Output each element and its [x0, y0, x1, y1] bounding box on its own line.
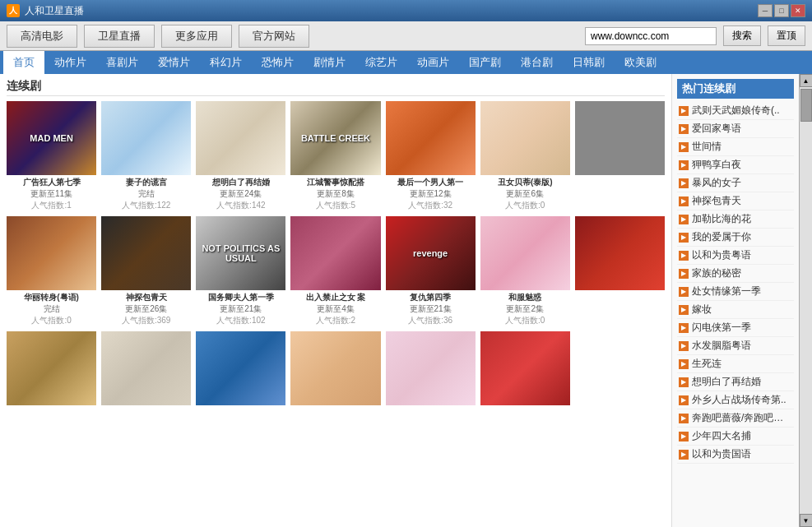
play-arrow-icon: ▶: [679, 251, 689, 261]
nav-tab-科幻片[interactable]: 科幻片: [200, 51, 252, 74]
nav-tab-爱情片[interactable]: 爱情片: [148, 51, 200, 74]
movie-item[interactable]: [101, 331, 191, 407]
play-arrow-icon: ▶: [679, 124, 689, 134]
nav-tab-剧情片[interactable]: 剧情片: [304, 51, 355, 74]
sidebar-item[interactable]: ▶家族的秘密: [677, 265, 794, 283]
search-button[interactable]: 搜索: [723, 25, 761, 46]
maximize-button[interactable]: □: [774, 4, 789, 17]
sidebar-item-label: 生死连: [692, 357, 722, 371]
sidebar-item[interactable]: ▶暴风的女子: [677, 174, 794, 192]
hd-movie-button[interactable]: 高清电影: [7, 25, 77, 48]
movie-popularity: 人气指数:0: [480, 315, 570, 326]
movie-popularity: 人气指数:1: [7, 200, 96, 211]
scroll-down-button[interactable]: ▼: [800, 514, 813, 527]
close-button[interactable]: ✕: [791, 4, 805, 17]
movie-update: 更新至6集: [480, 188, 570, 200]
sidebar-item[interactable]: ▶爱回家粤语: [677, 120, 794, 138]
sidebar-item[interactable]: ▶狎鸭享白夜: [677, 156, 794, 174]
sidebar-item[interactable]: ▶处女情缘第一季: [677, 283, 794, 301]
movie-item[interactable]: revenge复仇第四季 更新至21集 人气指数:36: [386, 216, 476, 326]
movie-item[interactable]: [196, 331, 285, 407]
sidebar-item[interactable]: ▶世间情: [677, 138, 794, 156]
nav-tab-综艺片[interactable]: 综艺片: [355, 51, 407, 74]
play-arrow-icon: ▶: [679, 305, 689, 315]
nav-tab-恐怖片[interactable]: 恐怖片: [252, 51, 304, 74]
movie-title: 华丽转身(粤语): [7, 292, 96, 303]
satellite-button[interactable]: 卫星直播: [84, 25, 155, 48]
sidebar-item-label: 世间情: [692, 140, 722, 154]
play-arrow-icon: ▶: [679, 450, 689, 460]
sidebar-item[interactable]: ▶嫁妆: [677, 301, 794, 319]
sidebar-item[interactable]: ▶想明白了再结婚: [677, 373, 794, 391]
play-arrow-icon: ▶: [679, 215, 689, 224]
sidebar-item[interactable]: ▶以和为贵国语: [677, 446, 794, 464]
sidebar-item-label: 我的爱属于你: [692, 230, 751, 244]
play-arrow-icon: ▶: [679, 269, 689, 279]
sidebar-item[interactable]: ▶神探包青天: [677, 192, 794, 210]
movie-title: 神探包青天: [101, 292, 191, 303]
sidebar-item[interactable]: ▶水发胭脂粤语: [677, 337, 794, 355]
movie-item[interactable]: BATTLE CREEK江城警事惊配搭 更新至8集 人气指数:5: [290, 101, 380, 211]
movie-item[interactable]: 华丽转身(粤语) 完结 人气指数:0: [7, 216, 96, 326]
titlebar: 人 人和卫星直播 ─ □ ✕: [0, 0, 812, 21]
sidebar-item[interactable]: ▶武则天武媚娘传奇(..: [677, 102, 794, 120]
movie-item[interactable]: 和服魅惑 更新至2集 人气指数:0: [480, 216, 570, 326]
movie-item[interactable]: 出入禁止之女 案 更新至4集 人气指数:2: [290, 216, 380, 326]
sidebar-item[interactable]: ▶少年四大名捕: [677, 428, 794, 446]
movie-item[interactable]: [386, 331, 476, 407]
movie-item[interactable]: [575, 216, 665, 326]
movie-item[interactable]: 最后一个男人第一 更新至12集 人气指数:32: [386, 101, 476, 211]
minimize-button[interactable]: ─: [758, 4, 773, 17]
movie-item[interactable]: MAD MEN广告狂人第七季 更新至11集 人气指数:1: [7, 101, 96, 211]
nav-tab-首页[interactable]: 首页: [3, 51, 44, 74]
sidebar-item[interactable]: ▶外乡人占战场传奇第..: [677, 391, 794, 409]
official-site-button[interactable]: 官方网站: [239, 25, 309, 48]
movie-update: 更新至4集: [290, 303, 380, 315]
sidebar-item[interactable]: ▶奔跑吧蔷薇/奔跑吧玫瑰: [677, 409, 794, 428]
sidebar-item-label: 以和为贵粤语: [692, 248, 751, 262]
movie-item[interactable]: 想明白了再结婚 更新至24集 人气指数:142: [196, 101, 285, 211]
nav-tab-动作片[interactable]: 动作片: [44, 51, 96, 74]
sidebar-item-label: 闪电侠第一季: [692, 321, 751, 335]
sidebar-item-label: 水发胭脂粤语: [692, 339, 751, 353]
sidebar-item-label: 神探包青天: [692, 194, 741, 208]
play-arrow-icon: ▶: [679, 142, 689, 152]
sidebar-item-label: 暴风的女子: [692, 176, 741, 190]
movie-item[interactable]: 丑女贝蒂(泰版) 更新至6集 人气指数:0: [480, 101, 570, 211]
movie-item[interactable]: NOT POLITICS AS USUAL国务卿夫人第一季 更新至21集 人气指…: [196, 216, 285, 326]
sidebar-item[interactable]: ▶我的爱属于你: [677, 229, 794, 247]
nav-tab-国产剧[interactable]: 国产剧: [459, 51, 511, 74]
nav-tab-喜剧片[interactable]: 喜剧片: [96, 51, 148, 74]
nav-tab-欧美剧[interactable]: 欧美剧: [615, 51, 666, 74]
url-input[interactable]: [585, 27, 717, 45]
nav-tab-日韩剧[interactable]: 日韩剧: [563, 51, 615, 74]
sidebar-item[interactable]: ▶闪电侠第一季: [677, 319, 794, 337]
movie-title: 和服魅惑: [480, 292, 570, 303]
sidebar-item[interactable]: ▶以和为贵粤语: [677, 247, 794, 265]
sidebar-item-label: 外乡人占战场传奇第..: [692, 393, 786, 407]
nav-tab-港台剧[interactable]: 港台剧: [511, 51, 563, 74]
nav-tab-动画片[interactable]: 动画片: [407, 51, 459, 74]
movie-popularity: 人气指数:0: [7, 315, 96, 326]
movie-title: 国务卿夫人第一季: [196, 292, 285, 303]
movie-item[interactable]: 妻子的谎言 完结 人气指数:122: [101, 101, 191, 211]
play-arrow-icon: ▶: [679, 377, 689, 387]
movie-update: 更新至12集: [386, 188, 476, 200]
movie-item[interactable]: [290, 331, 380, 407]
movie-item[interactable]: 神探包青天 更新至26集 人气指数:369: [101, 216, 191, 326]
movie-item[interactable]: [7, 331, 96, 407]
scroll-thumb[interactable]: [800, 89, 812, 122]
play-arrow-icon: ▶: [679, 414, 689, 423]
movie-item[interactable]: [480, 331, 570, 407]
sidebar-item-label: 狎鸭享白夜: [692, 158, 741, 172]
sidebar-item-label: 以和为贵国语: [692, 447, 751, 461]
movie-title: 想明白了再结婚: [196, 177, 285, 188]
movie-popularity: 人气指数:32: [386, 200, 476, 211]
sidebar-item[interactable]: ▶加勒比海的花: [677, 210, 794, 229]
top-button[interactable]: 置顶: [768, 25, 805, 46]
more-apps-button[interactable]: 更多应用: [161, 25, 232, 48]
scroll-up-button[interactable]: ▲: [800, 74, 813, 87]
movie-update: 更新至11集: [7, 188, 96, 200]
sidebar-item[interactable]: ▶生死连: [677, 355, 794, 373]
movie-item[interactable]: [575, 101, 665, 211]
